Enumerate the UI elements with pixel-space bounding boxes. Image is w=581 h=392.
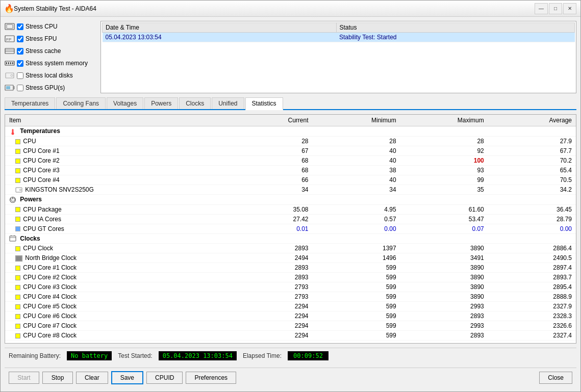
stress-cache-checkbox[interactable] [17, 48, 23, 55]
minimize-button[interactable]: — [535, 3, 548, 14]
tab-voltages[interactable]: Voltages [107, 97, 143, 109]
status-table: Date & Time Status 05.04.2023 13:03:54 S… [102, 22, 575, 42]
stress-memory-checkbox[interactable] [17, 60, 23, 67]
datetime-col-header: Date & Time [103, 23, 337, 33]
row-icon [15, 168, 20, 173]
stress-cpu-label: Stress CPU [26, 23, 58, 30]
table-row: CPU Core #1 67 40 92 67.7 [5, 146, 576, 155]
row-label: CPU Core #3 Clock [23, 283, 77, 291]
section-temperatures: Temperatures [5, 126, 576, 137]
svg-rect-20 [12, 129, 14, 133]
start-button[interactable]: Start [9, 372, 39, 384]
table-row: CPU Core #7 Clock 2294 599 2993 2326.6 [5, 321, 576, 331]
close-button[interactable]: ✕ [563, 3, 576, 14]
title-buttons: — □ ✕ [535, 3, 576, 14]
table-row: KINGSTON SNV2S250G 34 34 35 34.2 [5, 185, 576, 194]
stop-button[interactable]: Stop [42, 372, 73, 384]
stress-cache-label: Stress cache [26, 47, 61, 55]
table-row: CPU Core #4 Clock 2793 599 3890 2888.9 [5, 292, 576, 302]
elapsed-label: Elapsed Time: [243, 352, 282, 359]
app-icon: 🔥 [5, 4, 14, 13]
battery-label: Remaining Battery: [9, 352, 61, 359]
thermometer-icon [9, 128, 16, 135]
stress-fpu-item: FP Stress FPU [5, 33, 96, 44]
table-row: CPU Core #6 Clock 2294 599 2893 2328.3 [5, 311, 576, 321]
clocks-label: Clocks [20, 235, 40, 242]
row-icon [15, 207, 20, 212]
table-row: CPU Core #8 Clock 2294 599 2893 2327.4 [5, 331, 576, 341]
svg-rect-15 [6, 86, 10, 89]
test-started-label: Test Started: [118, 352, 152, 359]
tab-powers[interactable]: Powers [144, 97, 178, 109]
tab-unified[interactable]: Unified [212, 97, 244, 109]
title-bar: 🔥 System Stability Test - AIDA64 — □ ✕ [1, 1, 580, 17]
cpuid-button[interactable]: CPUID [146, 372, 183, 384]
row-minimum: 28 [313, 136, 400, 146]
status-table-container: Date & Time Status 05.04.2023 13:03:54 S… [100, 21, 576, 93]
svg-text:FP: FP [6, 37, 11, 42]
table-row: CPU Core #2 68 40 100 70.2 [5, 155, 576, 165]
table-row: CPU Core #3 Clock 2793 599 3890 2895.4 [5, 282, 576, 292]
row-label: CPU GT Cores [23, 225, 64, 232]
row-icon [15, 266, 20, 271]
row-label: CPU Core #4 [23, 176, 59, 184]
stress-fpu-checkbox[interactable] [17, 36, 23, 42]
row-label: CPU IA Cores [23, 216, 61, 223]
table-row: CPU Package 35.08 4.95 61.60 36.45 [5, 204, 576, 214]
bottom-buttons: Start Stop Clear Save CPUID Preferences … [5, 368, 576, 387]
nb-icon [15, 255, 22, 262]
svg-point-13 [11, 74, 13, 76]
table-row: CPU Core #1 Clock 2893 599 3890 2897.4 [5, 263, 576, 273]
table-row: CPU Core #4 66 40 99 70.5 [5, 175, 576, 185]
save-button[interactable]: Save [111, 371, 143, 384]
elapsed-value: 00:09:52 [288, 351, 329, 360]
row-label: North Bridge Clock [25, 254, 77, 262]
row-label: KINGSTON SNV2S250G [25, 186, 94, 193]
row-icon [15, 275, 20, 280]
row-icon [15, 159, 20, 164]
tabs-bar: Temperatures Cooling Fans Voltages Power… [5, 97, 576, 110]
row-label: CPU Core #2 [23, 157, 59, 164]
top-section: Stress CPU FP Stress FPU Stress cache [5, 21, 576, 93]
tab-cooling-fans[interactable]: Cooling Fans [56, 97, 106, 109]
stress-disk-item: Stress local disks [5, 70, 96, 81]
col-average: Average [488, 115, 576, 126]
row-icon [15, 149, 20, 154]
status-datetime: 05.04.2023 13:03:54 [103, 33, 337, 42]
battery-value: No battery [67, 351, 112, 360]
svg-rect-10 [10, 62, 11, 64]
table-row: CPU Clock 2893 1397 3890 2886.4 [5, 244, 576, 253]
row-icon [15, 246, 20, 251]
stress-cpu-checkbox[interactable] [17, 23, 23, 30]
row-maximum: 28 [400, 136, 488, 146]
tab-clocks[interactable]: Clocks [179, 97, 211, 109]
content-area: Stress CPU FP Stress FPU Stress cache [1, 17, 580, 391]
row-icon [15, 178, 20, 183]
row-current: 28 [224, 136, 312, 146]
row-label: CPU Core #5 Clock [23, 303, 77, 310]
tab-temperatures[interactable]: Temperatures [5, 97, 55, 109]
preferences-button[interactable]: Preferences [186, 372, 236, 384]
powers-label: Powers [20, 196, 42, 203]
maximize-button[interactable]: □ [549, 3, 562, 14]
row-label: CPU Core #8 Clock [23, 332, 77, 339]
col-maximum: Maximum [400, 115, 488, 126]
row-label: CPU Core #6 Clock [23, 312, 77, 320]
stress-gpu-checkbox[interactable] [17, 85, 23, 91]
stress-disk-checkbox[interactable] [17, 72, 23, 79]
status-col-header: Status [336, 23, 575, 33]
stress-fpu-label: Stress FPU [26, 35, 57, 42]
row-label: CPU Core #3 [23, 167, 59, 174]
checkbox-panel: Stress CPU FP Stress FPU Stress cache [5, 21, 96, 93]
table-row: North Bridge Clock 2494 1496 3491 2490.5 [5, 253, 576, 263]
section-clocks: Clocks [5, 233, 576, 244]
row-icon [15, 304, 20, 309]
bottom-status: Remaining Battery: No battery Test Start… [5, 348, 576, 363]
tab-statistics[interactable]: Statistics [245, 97, 283, 110]
close-dialog-button[interactable]: Close [539, 372, 572, 384]
svg-rect-8 [6, 62, 7, 64]
row-icon [15, 295, 20, 300]
table-row: CPU 28 28 28 27.9 [5, 136, 576, 146]
clear-button[interactable]: Clear [76, 372, 108, 384]
data-table-wrapper[interactable]: Item Current Minimum Maximum Average [5, 115, 576, 343]
